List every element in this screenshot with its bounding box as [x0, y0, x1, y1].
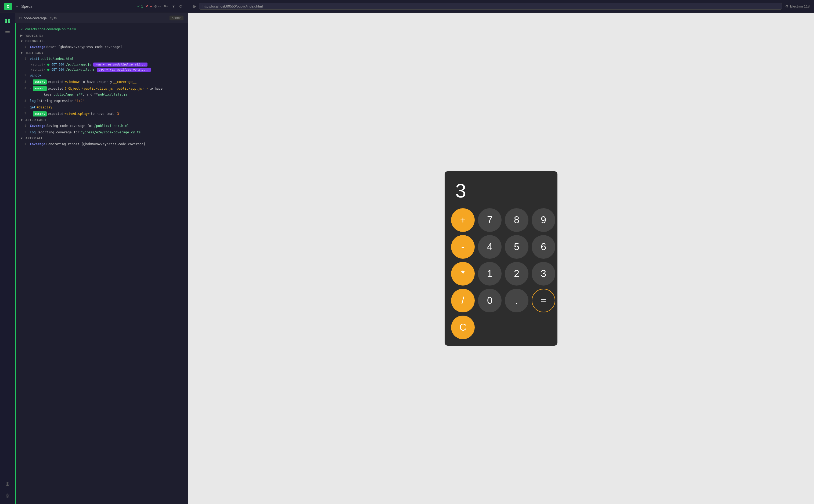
top-bar: C → Specs ✓ 1 ✕ -- ⊙ -- 👁 ▾ ↻ ⊕ — [0, 0, 814, 13]
check-icon: ✓ — [20, 27, 23, 31]
calc-multiply-button[interactable]: * — [451, 262, 475, 286]
after-all-label: AFTER ALL — [25, 137, 43, 140]
sub-row-script2: (script) GET 200 /public/utils.js req + … — [16, 67, 188, 72]
collapse-arrow: ▶ — [20, 34, 23, 37]
expand-arrow-after-all: ▼ — [20, 137, 23, 140]
top-bar-controls: ✓ 1 ✕ -- ⊙ -- 👁 ▾ ↻ — [137, 3, 183, 10]
step-log: 5 log Entering expression "1+2" — [16, 98, 188, 104]
calc-1-button[interactable]: 1 — [478, 262, 501, 286]
electron-badge: ⚙ Electron 118 — [785, 4, 810, 8]
req-badge-2: req + res modified no ali... — [97, 68, 151, 72]
expand-arrow: ▼ — [20, 39, 23, 43]
specs-panel-inner: ✓ collects code coverage on the fly ▶ RO… — [15, 23, 188, 504]
calc-0-button[interactable]: 0 — [478, 289, 501, 312]
routes-section[interactable]: ▶ ROUTES (1) — [16, 33, 188, 38]
calc-8-button[interactable]: 8 — [505, 208, 528, 232]
specs-panel: □ code-coverage.cy.ts 538ms ✓ collects c… — [15, 13, 188, 504]
url-bar[interactable]: http://localhost:60550/public/index.html — [199, 3, 782, 10]
svg-rect-2 — [5, 21, 7, 23]
sidebar-icon-settings[interactable] — [3, 491, 12, 501]
pass-row: ✓ collects code coverage on the fly — [16, 25, 188, 33]
file-ext: .cy.ts — [49, 16, 57, 20]
checkmark-icon: ✓ — [137, 4, 140, 8]
main-content: □ code-coverage.cy.ts 538ms ✓ collects c… — [0, 13, 814, 504]
specs-title: → Specs — [15, 4, 32, 9]
test-title: collects code coverage on the fly — [25, 27, 76, 31]
top-bar-left: C → Specs ✓ 1 ✕ -- ⊙ -- 👁 ▾ ↻ — [0, 0, 188, 13]
test-body-section[interactable]: ▼ TEST BODY — [16, 50, 188, 56]
fail-badge: ✕ -- — [145, 4, 152, 8]
chevron-button[interactable]: ▾ — [171, 3, 176, 10]
calc-buttons: + 7 8 9 - 4 5 6 * 1 2 3 / 0 — [451, 208, 551, 339]
step-window: 2 window — [16, 72, 188, 79]
eye-button[interactable]: 👁 — [163, 3, 169, 10]
expand-arrow-body: ▼ — [20, 51, 23, 54]
after-all-step-1: 1 Coverage Generating report [@bahmovov/… — [16, 141, 188, 147]
electron-icon: ⚙ — [785, 4, 788, 8]
browser-panel: 3 + 7 8 9 - 4 5 6 * 1 2 3 — [188, 13, 814, 504]
calc-4-button[interactable]: 4 — [478, 235, 501, 259]
calc-divide-button[interactable]: / — [451, 289, 475, 312]
svg-rect-3 — [8, 21, 10, 23]
step-content-1: Coverage Reset [@bahmovov/cypress-code-c… — [30, 45, 183, 49]
sidebar-icon-specs[interactable] — [3, 16, 12, 26]
before-all-step-1: 1 Coverage Reset [@bahmovov/cypress-code… — [16, 44, 188, 50]
calc-minus-button[interactable]: - — [451, 235, 475, 259]
refresh-button[interactable]: ↻ — [178, 3, 183, 10]
pass-badge: ✓ 1 — [137, 4, 143, 8]
test-tree: ✓ collects code coverage on the fly ▶ RO… — [16, 23, 188, 504]
calc-9-button[interactable]: 9 — [532, 208, 555, 232]
file-header: □ code-coverage.cy.ts 538ms — [15, 13, 188, 23]
after-each-label: AFTER EACH — [25, 118, 46, 122]
cross-icon: ✕ — [145, 4, 148, 8]
calc-dot-button[interactable]: . — [505, 289, 528, 312]
timing-badge: 538ms — [169, 16, 183, 20]
before-all-label: BEFORE ALL — [25, 39, 45, 43]
test-body-label: TEST BODY — [25, 51, 43, 54]
calc-clear-button[interactable]: C — [451, 316, 475, 339]
arrow-icon: → — [15, 4, 19, 9]
step-assert-3: 7 - assert expected <div#display> to hav… — [16, 111, 188, 117]
before-all-section[interactable]: ▼ BEFORE ALL — [16, 38, 188, 44]
calc-5-button[interactable]: 5 — [505, 235, 528, 259]
after-all-section[interactable]: ▼ AFTER ALL — [16, 136, 188, 141]
calc-2-button[interactable]: 2 — [505, 262, 528, 286]
step-visit: 1 visit public/index.html — [16, 56, 188, 62]
calculator: 3 + 7 8 9 - 4 5 6 * 1 2 3 — [445, 171, 557, 346]
step-num-visit: 1 — [24, 56, 30, 61]
sidebar-icon-list[interactable] — [3, 28, 12, 38]
assert-badge-2: assert — [33, 86, 47, 91]
step-assert-2: 4 - assert expected { Object (public/uti… — [16, 85, 188, 98]
req-badge-1: req + res modified no ali... — [93, 63, 147, 67]
electron-label: Electron 118 — [790, 4, 810, 8]
calc-6-button[interactable]: 6 — [532, 235, 555, 259]
cmd-coverage-1: Coverage — [30, 45, 45, 49]
file-base: code-coverage — [24, 16, 47, 20]
step-assert-1: 3 - assert expected <window> to have pro… — [16, 79, 188, 85]
after-each-step-1: 1 Coverage Saving code coverage for /pub… — [16, 123, 188, 129]
sidebar-icon-bugs[interactable] — [3, 479, 12, 489]
assert-badge-3: assert — [33, 111, 47, 116]
calc-plus-button[interactable]: + — [451, 208, 475, 232]
calc-spacer — [478, 316, 555, 339]
calc-3-button[interactable]: 3 — [532, 262, 555, 286]
routes-label: ROUTES (1) — [25, 34, 43, 37]
pending-icon: ⊙ — [154, 4, 157, 8]
step-get: 6 get #display — [16, 104, 188, 111]
after-each-section[interactable]: ▼ AFTER EACH — [16, 117, 188, 123]
pending-badge: ⊙ -- — [154, 4, 161, 8]
step-num-1: 1 — [24, 45, 30, 49]
calc-7-button[interactable]: 7 — [478, 208, 501, 232]
calc-display: 3 — [451, 178, 551, 208]
url-text: http://localhost:60550/public/index.html — [202, 4, 263, 8]
sub-row-script1: (script) GET 200 /public/app.js req + re… — [16, 62, 188, 67]
svg-rect-0 — [5, 19, 7, 21]
dot-green-1 — [47, 64, 49, 66]
svg-point-10 — [7, 495, 8, 497]
top-bar-right: ⊕ http://localhost:60550/public/index.ht… — [188, 0, 814, 13]
globe-icon: ⊕ — [192, 4, 196, 9]
expand-arrow-after-each: ▼ — [20, 118, 23, 122]
svg-rect-1 — [8, 19, 10, 21]
calc-equals-button[interactable]: = — [532, 289, 555, 312]
file-name: □ code-coverage.cy.ts — [19, 16, 57, 20]
